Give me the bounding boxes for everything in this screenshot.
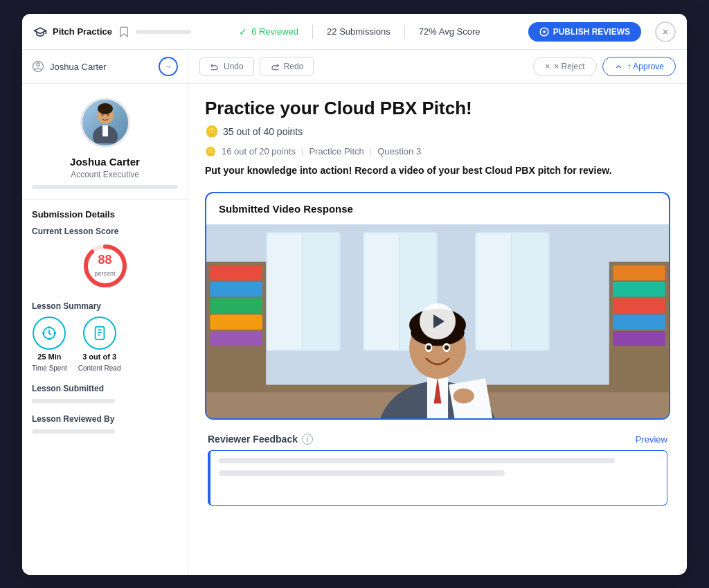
score-unit: percent <box>94 270 115 277</box>
score-circle: 88 percent <box>81 242 129 290</box>
preview-link[interactable]: Preview <box>636 434 667 445</box>
svg-point-8 <box>101 114 103 116</box>
avg-score-stat: 72% Avg Score <box>419 26 481 37</box>
video-section-title: Submitted Video Response <box>206 193 669 224</box>
svg-point-17 <box>55 332 56 334</box>
svg-point-16 <box>43 332 44 334</box>
feedback-skel-2 <box>219 470 505 476</box>
play-triangle-icon <box>433 314 445 328</box>
approve-icon <box>614 62 623 71</box>
svg-rect-24 <box>267 233 302 350</box>
question-meta: 🪙 16 out of 20 points | Practice Pitch |… <box>205 146 670 157</box>
arrow-right-icon: → <box>164 62 172 71</box>
time-label: Time Spent <box>32 364 67 373</box>
score-number: 88 <box>94 253 115 266</box>
publish-reviews-button[interactable]: PUBLISH REVIEWS <box>528 22 641 42</box>
reviewed-by-skeleton <box>32 429 115 434</box>
undo-button[interactable]: Undo <box>199 57 254 76</box>
svg-rect-27 <box>364 233 399 350</box>
content-read-item: 3 out of 3 Content Read <box>78 317 121 373</box>
document-icon <box>92 326 107 341</box>
score-text: 88 percent <box>94 253 115 278</box>
panel-toolbar: Undo Redo × × Reject <box>188 50 687 84</box>
feedback-skel-1 <box>219 458 615 463</box>
play-button[interactable] <box>420 303 456 339</box>
avatar-image <box>84 102 126 143</box>
top-bar: Pitch Practice ✓ 6 Reviewed 22 Submissio… <box>22 14 687 50</box>
sidebar-nav-username: Joshua Carter <box>50 62 153 72</box>
sidebar-profile: Joshua Carter Account Executive <box>22 84 188 199</box>
feedback-header: Reviewer Feedback i Preview <box>208 434 667 445</box>
top-bar-right: PUBLISH REVIEWS × <box>528 21 676 42</box>
total-points-text: 35 out of 40 points <box>223 126 303 137</box>
app-title: Pitch Practice <box>53 26 112 37</box>
panel-content: Practice your Cloud PBX Pitch! 🪙 35 out … <box>188 84 687 519</box>
svg-point-15 <box>48 338 50 339</box>
sidebar-role: Account Executive <box>71 170 139 179</box>
svg-rect-41 <box>613 299 665 314</box>
meta-divider-1: | <box>301 146 303 157</box>
question-prompt: Put your knowledge into action! Record a… <box>205 163 670 178</box>
top-bar-center: ✓ 6 Reviewed 22 Submissions 72% Avg Scor… <box>191 25 528 39</box>
score-circle-container: 88 percent <box>32 242 178 290</box>
summary-title: Lesson Summary <box>32 301 178 311</box>
close-icon: × <box>663 26 668 37</box>
reviewed-by-label: Lesson Reviewed By <box>32 414 178 424</box>
submitted-skeleton <box>32 399 115 403</box>
svg-point-4 <box>37 63 40 66</box>
approve-button[interactable]: ↑ Approve <box>602 57 676 76</box>
reject-button[interactable]: × × Reject <box>533 57 596 76</box>
app-container: Pitch Practice ✓ 6 Reviewed 22 Submissio… <box>22 14 687 575</box>
publish-icon <box>539 27 549 37</box>
question-section: Practice Pitch <box>309 146 364 157</box>
doc-icon-circle <box>83 317 116 350</box>
reviewed-stat: ✓ 6 Reviewed <box>239 26 298 37</box>
reject-label: × Reject <box>554 62 584 71</box>
svg-rect-34 <box>210 282 262 297</box>
svg-rect-35 <box>210 299 262 314</box>
svg-point-10 <box>98 103 113 114</box>
nav-arrow-button[interactable]: → <box>159 57 178 76</box>
clock-icon-circle <box>33 317 66 350</box>
svg-rect-40 <box>613 282 665 297</box>
content-area: Joshua Carter → <box>22 50 687 575</box>
sidebar-username: Joshua Carter <box>70 156 140 168</box>
lesson-reviewed-section: Lesson Reviewed By <box>32 414 178 434</box>
submissions-count: 22 Submissions <box>327 26 391 37</box>
details-title: Submission Details <box>32 209 178 220</box>
lesson-summary: Lesson Summary <box>32 301 178 373</box>
svg-rect-7 <box>102 125 108 136</box>
question-label: Question 3 <box>377 146 421 157</box>
feedback-section: Reviewer Feedback i Preview <box>205 434 670 506</box>
check-icon: ✓ <box>239 26 247 37</box>
close-button[interactable]: × <box>655 21 676 42</box>
main-panel: Undo Redo × × Reject <box>188 50 687 575</box>
undo-label: Undo <box>224 62 244 71</box>
redo-button[interactable]: Redo <box>260 57 314 76</box>
reject-x-icon: × <box>545 62 550 71</box>
sidebar-details: Submission Details Current Lesson Score … <box>22 199 188 449</box>
svg-point-55 <box>427 345 431 349</box>
svg-point-58 <box>454 389 474 404</box>
svg-rect-30 <box>476 233 511 350</box>
avg-score-text: 72% Avg Score <box>419 26 481 37</box>
content-label: Content Read <box>78 364 121 373</box>
undo-icon <box>210 62 219 71</box>
profile-skeleton <box>32 185 178 189</box>
feedback-label-text: Reviewer Feedback <box>208 434 298 445</box>
feedback-label: Reviewer Feedback i <box>208 434 313 445</box>
time-value: 25 Min <box>37 353 61 361</box>
time-spent-item: 25 Min Time Spent <box>32 317 67 373</box>
submissions-stat: 22 Submissions <box>327 26 391 37</box>
video-card: Submitted Video Response <box>205 192 670 420</box>
question-coin-icon: 🪙 <box>205 146 216 157</box>
stat-divider-2 <box>404 25 405 39</box>
content-value: 3 out of 3 <box>82 353 116 361</box>
bookmark-icon <box>118 26 130 38</box>
meta-divider-2: | <box>370 146 372 157</box>
feedback-textarea[interactable] <box>208 450 667 506</box>
top-bar-left: Pitch Practice <box>33 25 191 39</box>
score-label: Current Lesson Score <box>32 226 178 236</box>
info-icon[interactable]: i <box>302 434 313 445</box>
graduation-hat-icon <box>33 25 47 39</box>
